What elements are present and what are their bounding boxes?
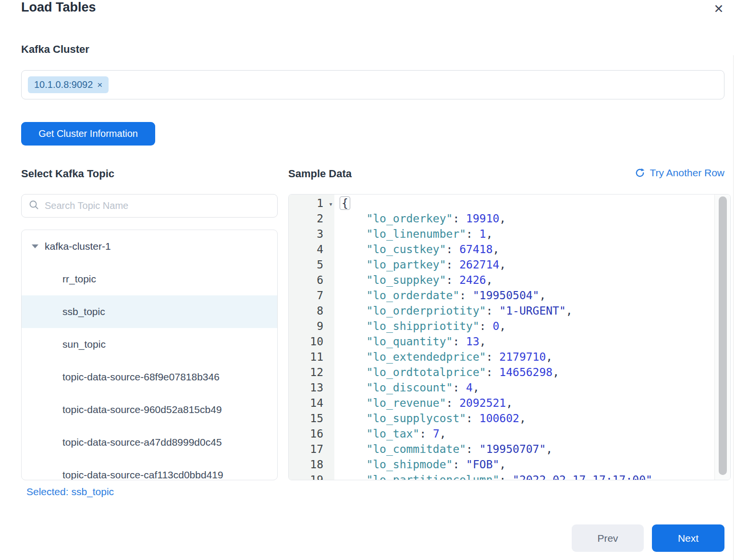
cluster-name-label: kafka-cluster-1 <box>45 241 111 252</box>
load-tables-dialog: Load Tables ✕ Kafka Cluster 10.1.0.8:909… <box>0 0 736 560</box>
code-line: 5 "lo_partkey": 262714, <box>289 257 714 272</box>
code-text: "lo_quantity": 13, <box>323 334 486 349</box>
code-line: 6 "lo_suppkey": 2426, <box>289 272 714 288</box>
code-line: 7 "lo_orderdate": "19950504", <box>289 288 714 303</box>
line-number: 5 <box>289 257 323 272</box>
code-text: "lo_tax": 7, <box>323 426 446 441</box>
topic-item[interactable]: topic-data-source-caf113cd0bbd419 <box>22 459 277 480</box>
selected-topic-note: Selected: ssb_topic <box>26 486 114 498</box>
code-line: 4 "lo_custkey": 67418, <box>289 242 714 257</box>
page-scrollbar <box>733 55 734 560</box>
line-number: 14 <box>289 395 323 411</box>
prev-button[interactable]: Prev <box>572 524 644 552</box>
code-text: { <box>323 195 350 211</box>
kafka-cluster-input[interactable]: 10.1.0.8:9092 × <box>21 70 724 99</box>
code-text: "lo_extendedprice": 2179710, <box>323 349 552 365</box>
code-text: "lo_discount": 4, <box>323 380 479 395</box>
remove-tag-icon[interactable]: × <box>97 80 102 89</box>
code-line: 14 "lo_revenue": 2092521, <box>289 395 714 411</box>
code-text: "lo_revenue": 2092521, <box>323 395 513 411</box>
code-line: 19 "lo_partitioncolumn": "2022-02-17 17:… <box>289 472 714 480</box>
code-line: 3 "lo_linenumber": 1, <box>289 226 714 242</box>
code-text: "lo_orderdate": "19950504", <box>323 288 546 303</box>
cluster-tag-label: 10.1.0.8:9092 <box>34 79 93 90</box>
code-text: "lo_custkey": 67418, <box>323 242 499 257</box>
code-text: "lo_linenumber": 1, <box>323 226 493 242</box>
topic-item[interactable]: topic-data-source-68f9e07818b346 <box>22 361 277 393</box>
try-another-row-label: Try Another Row <box>650 167 724 179</box>
line-number: 17 <box>289 441 323 457</box>
search-icon <box>28 199 39 212</box>
topic-item-label: topic-data-source-a47dd8999d0c45 <box>62 437 222 448</box>
code-text: "lo_shippriotity": 0, <box>323 318 506 334</box>
topic-item-label: sun_topic <box>62 339 106 350</box>
topic-item[interactable]: topic-data-source-960d52a815cb49 <box>22 393 277 426</box>
code-line: 18 "lo_shipmode": "FOB", <box>289 457 714 472</box>
code-text: "lo_commitdate": "19950707", <box>323 441 552 457</box>
topic-item-label: ssb_topic <box>62 306 105 317</box>
line-number: 11 <box>289 349 323 365</box>
topic-item-label: topic-data-source-960d52a815cb49 <box>62 404 222 415</box>
line-number: 3 <box>289 226 323 242</box>
get-cluster-information-button[interactable]: Get Cluster Information <box>21 122 155 146</box>
code-line: 16 "lo_tax": 7, <box>289 426 714 441</box>
search-input[interactable] <box>45 200 270 211</box>
code-text: "lo_orderpriotity": "1-URGENT", <box>323 303 573 318</box>
code-text: "lo_suppkey": 2426, <box>323 272 493 288</box>
select-kafka-topic-header: Select Kafka Topic <box>21 168 114 180</box>
code-line: 12 "lo_ordtotalprice": 14656298, <box>289 365 714 380</box>
tree-node-kafka-cluster[interactable]: kafka-cluster-1 <box>22 230 277 263</box>
close-icon[interactable]: ✕ <box>711 1 726 16</box>
code-text: "lo_ordtotalprice": 14656298, <box>323 365 559 380</box>
code-line: 15 "lo_supplycost": 100602, <box>289 411 714 426</box>
sample-data-header: Sample Data <box>288 168 352 180</box>
line-number: 18 <box>289 457 323 472</box>
next-button[interactable]: Next <box>652 524 724 552</box>
topic-item[interactable]: rr_topic <box>22 263 277 295</box>
code-line: 1▾{ <box>289 195 714 211</box>
code-line: 13 "lo_discount": 4, <box>289 380 714 395</box>
topic-tree: kafka-cluster-1 rr_topicssb_topicsun_top… <box>21 230 278 480</box>
line-number: 12 <box>289 365 323 380</box>
line-number: 16 <box>289 426 323 441</box>
editor-scrollbar-track <box>714 195 730 480</box>
line-number: 19 <box>289 472 323 480</box>
code-text: "lo_shipmode": "FOB", <box>323 457 506 472</box>
topic-item-label: topic-data-source-caf113cd0bbd419 <box>62 469 223 480</box>
page-title: Load Tables <box>21 0 96 15</box>
code-line: 8 "lo_orderpriotity": "1-URGENT", <box>289 303 714 318</box>
line-number: 6 <box>289 272 323 288</box>
code-line: 10 "lo_quantity": 13, <box>289 334 714 349</box>
try-another-row-button[interactable]: Try Another Row <box>634 167 724 179</box>
code-line: 2 "lo_orderkey": 19910, <box>289 211 714 226</box>
line-number: 2 <box>289 211 323 226</box>
editor-scrollbar-thumb[interactable] <box>719 196 727 475</box>
line-number: 7 <box>289 288 323 303</box>
refresh-icon <box>634 167 646 179</box>
topic-item[interactable]: sun_topic <box>22 328 277 361</box>
line-number: 4 <box>289 242 323 257</box>
code-text: "lo_orderkey": 19910, <box>323 211 506 226</box>
topic-item-label: topic-data-source-68f9e07818b346 <box>62 371 220 383</box>
line-number: 13 <box>289 380 323 395</box>
code-line: 11 "lo_extendedprice": 2179710, <box>289 349 714 365</box>
line-number: 8 <box>289 303 323 318</box>
code-text: "lo_partitioncolumn": "2022-02-17 17:17:… <box>323 472 652 480</box>
code-line: 17 "lo_commitdate": "19950707", <box>289 441 714 457</box>
line-number: 10 <box>289 334 323 349</box>
line-number: 9 <box>289 318 323 334</box>
cluster-tag: 10.1.0.8:9092 × <box>28 76 109 93</box>
kafka-cluster-label: Kafka Cluster <box>21 43 89 56</box>
code-line: 9 "lo_shippriotity": 0, <box>289 318 714 334</box>
code-text: "lo_supplycost": 100602, <box>323 411 526 426</box>
chevron-down-icon[interactable] <box>32 244 38 248</box>
line-number: 15 <box>289 411 323 426</box>
topic-item[interactable]: ssb_topic <box>22 295 277 328</box>
code-text: "lo_partkey": 262714, <box>323 257 506 272</box>
topic-search-container <box>21 194 278 218</box>
topic-item-label: rr_topic <box>62 273 96 285</box>
topic-item[interactable]: topic-data-source-a47dd8999d0c45 <box>22 426 277 459</box>
line-number: 1▾ <box>289 195 323 211</box>
sample-data-editor[interactable]: 1▾{2 "lo_orderkey": 19910,3 "lo_linenumb… <box>288 194 731 480</box>
